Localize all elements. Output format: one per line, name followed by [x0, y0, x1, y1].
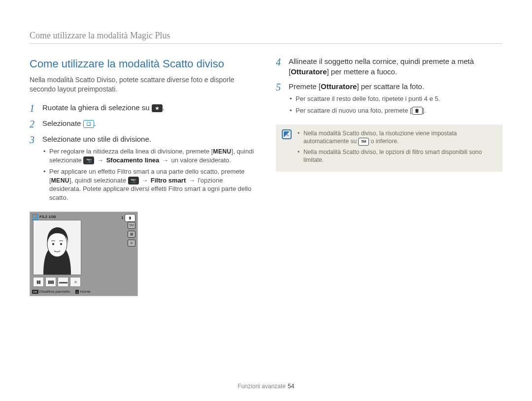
steps-right: 4 Allineate il soggetto nella cornice, q… — [276, 57, 502, 118]
arrow-icon: → — [189, 177, 195, 184]
step-text: ] per mettere a fuoco. — [327, 67, 398, 76]
bullet: Per regolare la nitidezza della linea di… — [42, 147, 256, 164]
step-4: 4 Allineate il soggetto nella cornice, q… — [276, 57, 502, 77]
camera-icon: 📷 — [83, 156, 94, 164]
step-body: Allineate il soggetto nella cornice, qui… — [289, 57, 502, 77]
resolution-icon: 5M — [358, 138, 369, 146]
step-text: Premete [ — [289, 82, 321, 91]
battery-icon: ▮ — [125, 214, 135, 222]
home-key-icon: ⌂ — [75, 290, 79, 294]
page: Come utilizzare la modalità Magic Plus C… — [0, 0, 532, 401]
step-number: 2 — [30, 119, 42, 129]
section-title: Come utilizzare la modalità Scatto divis… — [30, 57, 256, 71]
ok-key-icon: OK — [32, 290, 38, 294]
thumb-footer-right-label: Home — [80, 289, 90, 294]
size-indicator-icon: 5M — [128, 222, 135, 229]
thumb-footer: OKDisattiva pannello ⌂Home — [32, 289, 135, 295]
steps-left: 1 Ruotate la ghiera di selezione su ★. 2… — [30, 103, 256, 205]
bullet-text: Per regolare la nitidezza della linea di… — [49, 148, 213, 155]
step-number: 1 — [30, 103, 42, 114]
step-number: 3 — [30, 134, 42, 205]
page-footer: Funzioni avanzate54 — [0, 382, 532, 390]
step-sub-bullets: Per regolare la nitidezza della linea di… — [42, 147, 256, 202]
count-text: 1 — [121, 216, 123, 220]
quality-indicator-icon: ▦ — [128, 231, 135, 238]
columns: Come utilizzare la modalità Scatto divis… — [30, 57, 502, 296]
bullet-text: Per scattare di nuovo una foto, premete … — [296, 107, 412, 114]
bullet-text: ], quindi selezionate — [69, 177, 128, 184]
layout-icon: ▮▮ — [33, 277, 44, 287]
step-2: 2 Selezionate ❏. — [30, 119, 256, 129]
svg-point-3 — [60, 243, 62, 245]
menu-key-icon: MENU — [213, 148, 231, 155]
step-number: 5 — [276, 82, 289, 118]
layout-icon: ▮▮▮ — [45, 277, 56, 287]
layout-3col-icon: ▮▮▮ — [48, 279, 54, 285]
svg-text:✎: ✎ — [286, 133, 290, 138]
right-column: 4 Allineate il soggetto nella cornice, q… — [276, 57, 502, 296]
step-body: Selezionate uno stile di divisione. Per … — [42, 134, 256, 205]
split-shot-icon: ❏ — [83, 120, 94, 128]
chapter-title: Come utilizzare la modalità Magic Plus — [30, 30, 502, 41]
step-5: 5 Premete [Otturatore] per scattare la f… — [276, 82, 502, 118]
bold-label: Otturatore — [291, 67, 327, 76]
bullet-text: un valore desiderato. — [169, 156, 231, 164]
step-text: Selezionate uno stile di divisione. — [42, 135, 151, 143]
bullet: Per applicare un effetto Filtro smart a … — [42, 167, 256, 202]
thumb-count: 1 ▮ — [121, 214, 135, 222]
thumb-subject-area — [33, 220, 81, 275]
camera-icon: 📷 — [128, 177, 139, 185]
note-list: Nella modalità Scatto diviso, la risoluz… — [298, 129, 497, 166]
layout-icon: ▬▬ — [58, 277, 68, 287]
step-3: 3 Selezionate uno stile di divisione. Pe… — [30, 134, 256, 205]
note-item: Nella modalità Scatto diviso, la risoluz… — [298, 129, 497, 146]
thumb-right-indicators: 5M ▦ ⊘ — [128, 222, 135, 247]
arrow-icon: → — [97, 156, 103, 164]
step-sub-bullets: Per scattare il resto delle foto, ripete… — [289, 94, 502, 115]
thumb-footer-right: ⌂Home — [75, 289, 91, 295]
mode-badge-icon: ❏ — [32, 214, 38, 220]
step-text-post: . — [94, 119, 96, 127]
thumb-footer-left: OKDisattiva pannello — [32, 289, 70, 295]
flash-indicator-icon: ⊘ — [128, 240, 135, 247]
trash-icon: 🗑 — [412, 107, 423, 115]
footer-page-number: 54 — [288, 383, 294, 390]
bold-label: Sfocamento linea — [106, 156, 160, 164]
step-1: 1 Ruotate la ghiera di selezione su ★. — [30, 103, 256, 114]
thumb-layout-picker: ▮▮ ▮▮▮ ▬▬ ≡ — [33, 277, 81, 287]
preview-thumbnail: ❏F3.2 1/30 1 ▮ 5M ▦ ⊘ — [30, 212, 138, 296]
left-column: Come utilizzare la modalità Scatto divis… — [30, 57, 256, 296]
note-item: Nella modalità Scatto diviso, le opzioni… — [298, 148, 497, 164]
layout-2col-icon: ▮▮ — [36, 279, 40, 285]
layout-3row-icon: ≡ — [74, 279, 76, 285]
bullet-text: ]. — [423, 107, 426, 114]
step-body: Ruotate la ghiera di selezione su ★. — [42, 103, 256, 114]
step-text-post: . — [163, 103, 165, 112]
step-body: Selezionate ❏. — [42, 119, 256, 129]
note-box: ✎ Nella modalità Scatto diviso, la risol… — [276, 124, 502, 171]
thumb-footer-left-label: Disattiva pannello — [39, 289, 70, 294]
layout-icon: ≡ — [70, 277, 81, 287]
face-illustration — [33, 220, 81, 275]
arrow-icon: → — [141, 177, 148, 184]
step-number: 4 — [276, 57, 289, 77]
svg-point-2 — [52, 243, 54, 245]
step-body: Premete [Otturatore] per scattare la fot… — [289, 82, 502, 118]
note-icon: ✎ — [282, 129, 295, 166]
bold-label: Filtro smart — [151, 177, 186, 184]
menu-key-icon: MENU — [51, 177, 69, 184]
magic-mode-icon: ★ — [152, 104, 163, 112]
section-intro: Nella modalità Scatto Diviso, potete sca… — [30, 75, 256, 94]
step-text: Ruotate la ghiera di selezione su — [42, 103, 152, 112]
bullet: Per scattare di nuovo una foto, premete … — [289, 106, 502, 115]
step-text: ] per scattare la foto. — [357, 82, 424, 91]
bullet: Per scattare il resto delle foto, ripete… — [289, 94, 502, 103]
note-text: o inferiore. — [369, 138, 399, 145]
exposure-text: F3.2 1/30 — [39, 215, 56, 219]
footer-section: Funzioni avanzate — [238, 383, 286, 390]
divider — [30, 43, 502, 44]
note-text: Nella modalità Scatto diviso, le opzioni… — [303, 149, 482, 163]
step-text: Selezionate — [42, 119, 83, 127]
arrow-icon: → — [162, 156, 168, 164]
bold-label: Otturatore — [321, 82, 357, 91]
